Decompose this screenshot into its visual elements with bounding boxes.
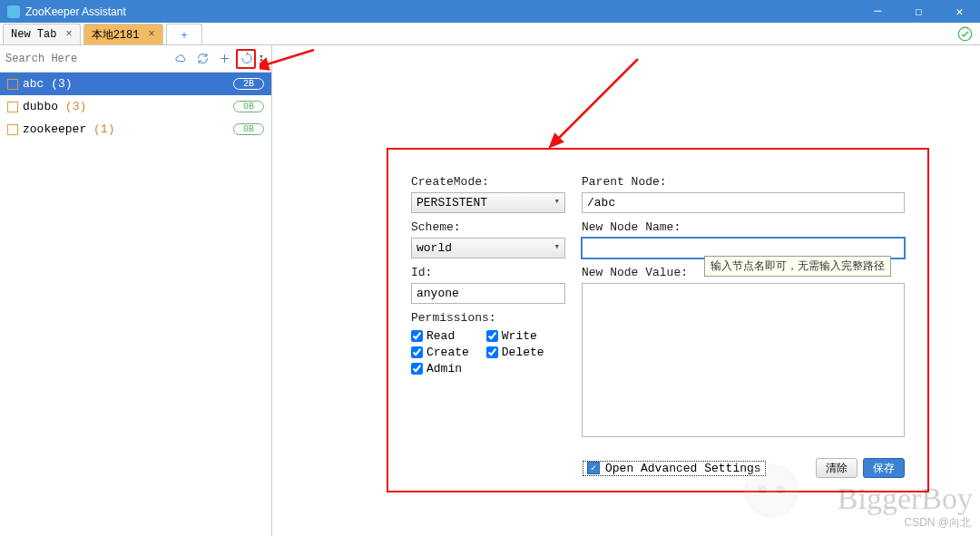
checkbox-checked-icon: ✓ bbox=[587, 462, 600, 474]
new-node-name-label: New Node Name: bbox=[582, 220, 905, 234]
permissions-group: Read Write Create Delete Admin bbox=[411, 329, 565, 378]
create-node-panel: CreateMode: PERSISTENT Scheme: world Id:… bbox=[387, 148, 929, 492]
create-mode-label: CreateMode: bbox=[411, 175, 565, 189]
close-icon[interactable]: × bbox=[148, 28, 154, 41]
close-icon[interactable]: × bbox=[65, 28, 72, 41]
scheme-label: Scheme: bbox=[411, 220, 565, 234]
plus-icon: ＋ bbox=[174, 27, 194, 43]
node-tree: abc (3) 2B dubbo (3) 0B zookeeper (1) 0B bbox=[0, 73, 271, 141]
permissions-label: Permissions: bbox=[411, 311, 565, 325]
toolbar-more-dropdown[interactable]: ▾▪ bbox=[257, 55, 266, 63]
clear-button[interactable]: 清除 bbox=[816, 458, 858, 478]
search-input[interactable] bbox=[5, 53, 169, 65]
add-tab-button[interactable]: ＋ bbox=[166, 24, 202, 44]
tree-node-abc[interactable]: abc (3) 2B bbox=[0, 73, 271, 95]
create-mode-select[interactable]: PERSISTENT bbox=[411, 192, 565, 213]
folder-icon bbox=[7, 102, 18, 112]
parent-node-label: Parent Node: bbox=[582, 175, 905, 189]
node-name: dubbo bbox=[23, 100, 58, 113]
node-size-badge: 2B bbox=[233, 78, 264, 90]
title-bar: ZooKeeper Assistant ─ ☐ ✕ bbox=[0, 0, 980, 23]
advanced-settings-label: Open Advanced Settings bbox=[605, 462, 761, 475]
tab-new[interactable]: New Tab × bbox=[3, 24, 81, 44]
node-size-badge: 0B bbox=[233, 101, 264, 112]
maximize-button[interactable]: ☐ bbox=[898, 0, 939, 23]
tab-bar: New Tab × 本地2181 × ＋ bbox=[0, 23, 980, 45]
create-child-node-icon[interactable] bbox=[236, 49, 256, 69]
csdn-credit: CSDN @向北 bbox=[904, 515, 971, 531]
node-size-badge: 0B bbox=[233, 123, 264, 135]
refresh-icon[interactable] bbox=[192, 49, 212, 69]
tab-connection[interactable]: 本地2181 × bbox=[83, 24, 163, 44]
save-button[interactable]: 保存 bbox=[863, 458, 905, 478]
close-button[interactable]: ✕ bbox=[939, 0, 980, 23]
perm-write[interactable]: Write bbox=[486, 329, 554, 343]
node-name: zookeeper bbox=[23, 122, 86, 136]
add-node-icon[interactable] bbox=[214, 49, 234, 69]
folder-icon bbox=[7, 124, 18, 135]
perm-admin[interactable]: Admin bbox=[411, 362, 479, 375]
node-count: (1) bbox=[93, 122, 114, 136]
tab-label: 本地2181 bbox=[92, 27, 140, 43]
new-node-value-textarea[interactable] bbox=[582, 283, 905, 437]
perm-read[interactable]: Read bbox=[411, 329, 479, 343]
sidebar: ▾▪ abc (3) 2B dubbo (3) 0B zookeeper (1)… bbox=[0, 45, 272, 536]
open-advanced-settings-toggle[interactable]: ✓ Open Advanced Settings bbox=[583, 461, 766, 476]
perm-delete[interactable]: Delete bbox=[486, 346, 554, 359]
new-node-name-tooltip: 输入节点名即可，无需输入完整路径 bbox=[704, 256, 891, 277]
node-count: (3) bbox=[65, 100, 86, 113]
app-title: ZooKeeper Assistant bbox=[25, 5, 858, 18]
tree-node-dubbo[interactable]: dubbo (3) 0B bbox=[0, 95, 271, 118]
folder-icon bbox=[7, 79, 18, 90]
node-count: (3) bbox=[51, 77, 72, 91]
parent-node-input[interactable] bbox=[582, 192, 905, 213]
cloud-icon[interactable] bbox=[171, 49, 191, 69]
id-input[interactable] bbox=[411, 283, 565, 304]
sidebar-toolbar: ▾▪ bbox=[0, 45, 271, 73]
minimize-button[interactable]: ─ bbox=[858, 0, 898, 23]
node-name: abc bbox=[23, 77, 44, 91]
id-label: Id: bbox=[411, 266, 565, 279]
scheme-select[interactable]: world bbox=[411, 238, 565, 258]
app-logo-icon bbox=[7, 5, 20, 18]
tab-label: New Tab bbox=[11, 28, 56, 41]
tree-node-zookeeper[interactable]: zookeeper (1) 0B bbox=[0, 118, 271, 141]
perm-create[interactable]: Create bbox=[411, 346, 479, 359]
connection-status-icon bbox=[957, 26, 973, 45]
